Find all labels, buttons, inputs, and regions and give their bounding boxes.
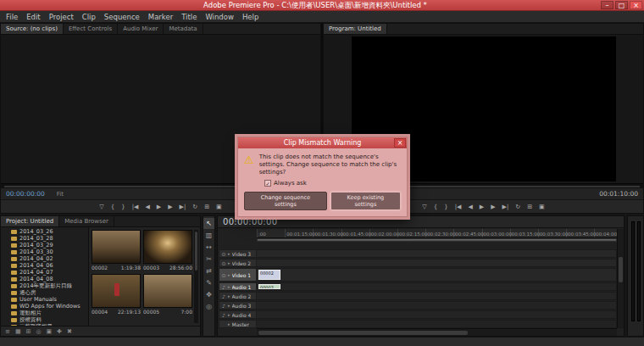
panel-tab[interactable]: Media Browser [59, 216, 114, 226]
monitor-tab[interactable]: Effect Controls [64, 24, 118, 34]
timeline-ruler[interactable]: :0000:01:15:0000:01:30:0000:01:45:0000:0… [257, 229, 617, 238]
step-back-button[interactable]: ◀ [145, 200, 149, 214]
track-header[interactable]: ⊙ ▸ Video 3 [219, 249, 257, 258]
track-header[interactable]: ♪ ▸ Audio 4 [219, 310, 257, 319]
track-header[interactable]: ⊙ ▸ Video 2 [219, 259, 257, 267]
tree-item[interactable]: 2014年更新影片目錄 [1, 282, 88, 289]
clip-item[interactable]: 00002 1:19:38 [92, 230, 141, 271]
clip-item[interactable]: 00003 28:56:00 [143, 230, 192, 271]
step-forward-button[interactable]: ▶ [491, 200, 495, 214]
track-expand-icon[interactable]: ▸ [228, 260, 230, 265]
menu-item[interactable]: Title [177, 11, 201, 23]
track-toggle-icon[interactable]: ⊙ [221, 260, 226, 266]
menu-item[interactable]: Sequence [100, 11, 144, 23]
tree-item[interactable]: 運動相片 [1, 310, 88, 316]
close-button[interactable]: × [630, 1, 642, 9]
go-to-in-button[interactable]: |◀ [455, 200, 462, 214]
timeline-timecode[interactable]: 00:00:00:00 [223, 217, 277, 226]
dialog-close-icon[interactable]: × [394, 138, 406, 148]
track-expand-icon[interactable]: ▸ [228, 272, 230, 277]
safe-margins-button[interactable]: ⊞ [527, 200, 532, 214]
panel-tab[interactable]: Project: Untitled [1, 216, 59, 226]
export-frame-button[interactable]: ▣ [539, 200, 545, 214]
track-header[interactable]: ⊙ ▸ Video 1 [219, 268, 257, 282]
pen-tool[interactable]: ✎ [203, 277, 214, 288]
track-expand-icon[interactable]: ▸ [228, 321, 230, 326]
track-toggle-icon[interactable]: ♪ [221, 312, 226, 318]
track-expand-icon[interactable]: ▸ [228, 312, 230, 317]
add-marker-button[interactable]: ▽ [99, 200, 103, 214]
timeline-clip[interactable]: 00002 [258, 270, 280, 280]
tree-item[interactable]: 2014_04_06 [1, 262, 88, 269]
clip-item[interactable]: 00004 22:19:13 [92, 274, 141, 315]
source-zoom-select[interactable]: Fit [57, 191, 64, 198]
track-toggle-icon[interactable]: ♪ [221, 284, 226, 290]
tree-item[interactable]: 2014_03_26 [1, 228, 88, 235]
timeline-vertical-scrollbar[interactable] [617, 229, 624, 328]
selection-tool[interactable]: ↖ [203, 218, 214, 229]
new-bin-icon[interactable]: ▣ [46, 326, 52, 337]
tree-item[interactable]: 授權資料 [1, 316, 88, 323]
tree-item[interactable]: 2014_04_02 [1, 255, 88, 262]
menu-item[interactable]: Help [238, 11, 263, 23]
tree-item[interactable]: 通心房 [1, 289, 88, 296]
monitor-tab[interactable]: Audio Mixer [118, 24, 164, 34]
track-expand-icon[interactable]: ▸ [228, 303, 230, 308]
mark-out-button[interactable]: } [121, 200, 125, 214]
menu-item[interactable]: Marker [144, 11, 177, 23]
minimize-button[interactable]: – [601, 1, 613, 9]
track-toggle-icon[interactable]: ⊙ [221, 251, 226, 257]
change-sequence-settings-button[interactable]: Change sequence settings [244, 192, 327, 210]
track-toggle-icon[interactable]: ⊙ [221, 272, 226, 278]
tree-item[interactable]: 2014_04_08 [1, 276, 88, 282]
new-item-icon[interactable]: ✚ [57, 326, 62, 337]
go-to-out-button[interactable]: ▶| [502, 200, 509, 214]
track-expand-icon[interactable]: ▸ [228, 251, 230, 256]
safe-margins-button[interactable]: ⊞ [204, 200, 209, 214]
loop-button[interactable]: ↻ [192, 200, 197, 214]
clips-scrollbar[interactable] [194, 230, 198, 323]
track-expand-icon[interactable]: ▸ [228, 284, 230, 289]
icon-view-icon[interactable]: ▦ [15, 326, 21, 337]
tree-item[interactable]: 2014_03_29 [1, 242, 88, 248]
automate-to-sequence-icon[interactable]: ⊞ [26, 326, 31, 337]
mark-in-button[interactable]: { [111, 200, 114, 214]
dialog-titlebar[interactable]: Clip Mismatch Warning × [238, 137, 407, 148]
loop-button[interactable]: ↻ [515, 200, 520, 214]
add-marker-button[interactable]: ▽ [422, 200, 426, 214]
delete-icon[interactable]: ✖ [67, 326, 72, 337]
play-button[interactable]: ▶ [480, 200, 484, 214]
tree-item[interactable]: 2014_03_30 [1, 248, 88, 255]
razor-tool[interactable]: ✂ [203, 254, 214, 265]
track-header[interactable]: ♪ ▸ Audio 2 [219, 292, 257, 300]
menu-item[interactable]: Window [201, 11, 238, 23]
tree-item[interactable]: 2014_03_28 [1, 235, 88, 242]
tree-item[interactable]: 2014_04_07 [1, 269, 88, 276]
menu-item[interactable]: Project [45, 11, 78, 23]
track-header[interactable]: ♪ ▸ Audio 3 [219, 301, 257, 310]
monitor-tab[interactable]: Source: (no clips) [1, 24, 64, 34]
step-back-button[interactable]: ◀ [468, 200, 472, 214]
monitor-tab[interactable]: Metadata [164, 24, 203, 34]
source-current-timecode[interactable]: 00:00:00:00 [6, 190, 45, 198]
zoom-tool[interactable]: ◎ [203, 301, 214, 312]
work-area-bar[interactable] [257, 238, 617, 242]
go-to-out-button[interactable]: ▶| [180, 200, 186, 214]
hand-tool[interactable]: ✥ [203, 289, 214, 300]
always-ask-checkbox[interactable]: ✓ [264, 180, 271, 187]
export-frame-button[interactable]: ▣ [216, 200, 222, 214]
timeline-horizontal-scrollbar[interactable] [257, 328, 617, 336]
menu-item[interactable]: Clip [78, 11, 100, 23]
tree-item[interactable]: WD Apps for Windows [1, 303, 88, 310]
step-forward-button[interactable]: ▶ [168, 200, 172, 214]
ripple-edit-tool[interactable]: ↔ [203, 242, 214, 253]
slip-tool[interactable]: ⇄ [203, 265, 214, 276]
window-titlebar[interactable]: Adobe Premiere Pro - C:\使用者\USER\桌面\新增資料… [0, 0, 644, 11]
go-to-in-button[interactable]: |◀ [132, 200, 139, 214]
maximize-button[interactable]: □ [615, 1, 628, 9]
play-button[interactable]: ▶ [157, 200, 161, 214]
mark-out-button[interactable]: } [444, 200, 447, 214]
mark-in-button[interactable]: { [434, 200, 437, 214]
monitor-tab[interactable]: Program: Untitled [324, 24, 387, 34]
tree-item[interactable]: User Manuals [1, 296, 88, 303]
